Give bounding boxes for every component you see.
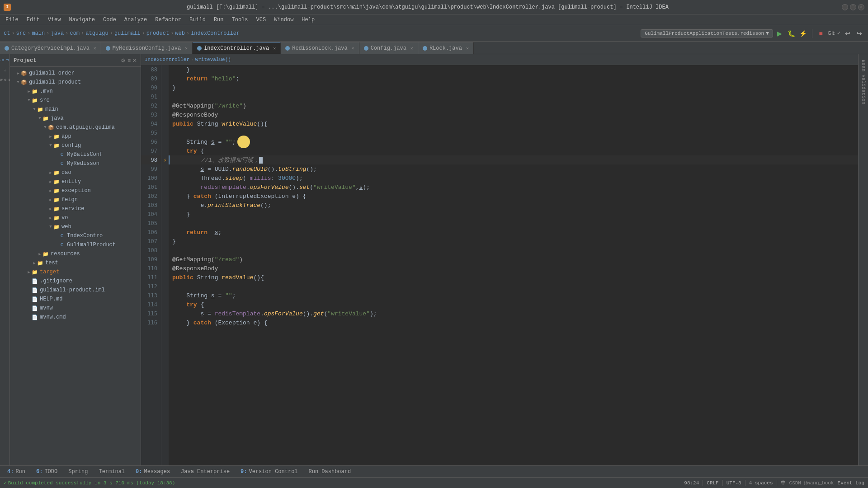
bottom-tab-terminal[interactable]: Terminal bbox=[95, 467, 128, 477]
indent-settings[interactable]: 4 spaces bbox=[749, 480, 773, 486]
tab-close-btn[interactable]: ✕ bbox=[185, 46, 188, 51]
breadcrumb-indexcontroller[interactable]: IndexController bbox=[191, 30, 240, 37]
breadcrumb-gulimall[interactable]: gulimall bbox=[114, 30, 141, 37]
menu-item-build[interactable]: Build bbox=[186, 16, 209, 24]
tab-redissonlock.java[interactable]: RedissonLock.java✕ bbox=[281, 42, 359, 54]
tree-item-src[interactable]: ▼ 📁 src bbox=[10, 96, 141, 105]
breadcrumb-atguigu[interactable]: atguigu bbox=[85, 30, 108, 37]
breadcrumb-java[interactable]: java bbox=[51, 30, 64, 37]
project-settings-btn[interactable]: ⚙ bbox=[121, 57, 126, 64]
tab-close-btn[interactable]: ✕ bbox=[273, 46, 276, 51]
tree-item-iml[interactable]: 📄 gulimall-product.iml bbox=[10, 286, 141, 295]
tree-item-help[interactable]: 📄 HELP.md bbox=[10, 295, 141, 304]
coverage-button[interactable]: ⚡ bbox=[798, 28, 808, 38]
run-button[interactable]: ▶ bbox=[775, 28, 785, 38]
breadcrumb-web[interactable]: web bbox=[175, 30, 185, 37]
breadcrumb-main[interactable]: main bbox=[32, 30, 45, 37]
code-content[interactable]: 88 89 90 91 92 93 94 95 96 97 98 99 100 … bbox=[141, 65, 858, 465]
bottom-tab-run[interactable]: 4: Run bbox=[4, 467, 29, 477]
code-lines[interactable]: } return "hello"; } @GetMapping("/write"… bbox=[169, 65, 858, 465]
editor-breadcrumb-indexcontroller[interactable]: IndexController bbox=[145, 57, 189, 62]
tree-item-mybatisconf[interactable]: C MyBatisConf bbox=[10, 150, 141, 159]
breadcrumb-src[interactable]: src bbox=[16, 30, 26, 37]
close-button[interactable]: ✕ bbox=[858, 4, 864, 10]
tree-item-vo[interactable]: ▶ 📁 vo bbox=[10, 213, 141, 222]
menu-item-help[interactable]: Help bbox=[298, 16, 318, 24]
tree-item-target[interactable]: ▶ 📁 target bbox=[10, 267, 141, 277]
tab-categoryserviceimpl.java[interactable]: CategoryServiceImpl.java✕ bbox=[0, 42, 101, 54]
tree-item-config[interactable]: ▼ 📁 config bbox=[10, 141, 141, 150]
tree-item-mvnwcmd[interactable]: 📄 mvnw.cmd bbox=[10, 313, 141, 322]
tree-item-web[interactable]: ▼ 📁 web bbox=[10, 222, 141, 231]
bottom-tab-todo[interactable]: 6: TODO bbox=[33, 467, 61, 477]
tree-item-package[interactable]: ▼ 📦 com.atguigu.gulima bbox=[10, 123, 141, 132]
event-log[interactable]: Event Log bbox=[838, 480, 864, 486]
cursor-position[interactable]: 98:24 bbox=[684, 480, 699, 486]
tree-item-app[interactable]: ▶ 📁 app bbox=[10, 132, 141, 141]
line-separator[interactable]: CRLF bbox=[707, 480, 718, 486]
run-config-selector[interactable]: GulimallProductApplicationTests.redisson… bbox=[641, 29, 773, 38]
tab-close-btn[interactable]: ✕ bbox=[94, 46, 96, 51]
bottom-tab-java-enterprise[interactable]: Java Enterprise bbox=[177, 467, 233, 477]
project-collapse-btn[interactable]: ≡ bbox=[127, 57, 131, 64]
menu-item-vcs[interactable]: VCS bbox=[253, 16, 270, 24]
menu-item-analyze[interactable]: Analyze bbox=[121, 16, 151, 24]
tab-indexcontroller.java[interactable]: IndexController.java✕ bbox=[193, 42, 281, 54]
tree-item-gulimall-product[interactable]: ▼ 📦 gulimall-product bbox=[10, 78, 141, 87]
menu-item-view[interactable]: View bbox=[44, 16, 65, 24]
sidebar-icon-3[interactable]: Web bbox=[1, 76, 9, 84]
tree-item-main[interactable]: ▼ 📁 main bbox=[10, 105, 141, 114]
maximize-button[interactable]: □ bbox=[850, 4, 856, 10]
tree-item-indexcontroller[interactable]: C IndexContro bbox=[10, 231, 141, 240]
stop-button[interactable]: ■ bbox=[816, 28, 826, 38]
tree-item-java[interactable]: ▼ 📁 java bbox=[10, 114, 141, 123]
tree-item-test[interactable]: ▶ 📁 test bbox=[10, 258, 141, 267]
menu-item-code[interactable]: Code bbox=[99, 16, 120, 24]
menu-item-file[interactable]: File bbox=[2, 16, 22, 24]
editor-breadcrumb-writevalue[interactable]: writeValue() bbox=[195, 57, 231, 62]
breadcrumb-com[interactable]: com bbox=[70, 30, 80, 37]
tab-config.java[interactable]: Config.java✕ bbox=[359, 42, 418, 54]
minimize-button[interactable]: ─ bbox=[842, 4, 848, 10]
tree-item-feign[interactable]: ▶ 📁 feign bbox=[10, 195, 141, 204]
tree-item-exception[interactable]: ▶ 📁 exception bbox=[10, 186, 141, 195]
tree-item-gulimall-order[interactable]: ▶ 📦 gulimall-order bbox=[10, 69, 141, 78]
tab-close-btn[interactable]: ✕ bbox=[466, 46, 469, 51]
bottom-tab-run-dashboard[interactable]: Run Dashboard bbox=[305, 467, 355, 477]
bottom-tab-spring[interactable]: Spring bbox=[65, 467, 91, 477]
tree-item-resources[interactable]: ▶ 📁 resources bbox=[10, 249, 141, 258]
encoding[interactable]: UTF-8 bbox=[726, 480, 741, 486]
input-method[interactable]: 中 bbox=[781, 479, 786, 486]
undo-button[interactable]: ↩ bbox=[843, 28, 853, 38]
tab-close-btn[interactable]: ✕ bbox=[352, 46, 354, 51]
tab-myredissonconfig.java[interactable]: MyRedissonConfig.java✕ bbox=[101, 42, 193, 54]
tree-item-myredisson[interactable]: C MyRedisson bbox=[10, 159, 141, 168]
tree-item-entity[interactable]: ▶ 📁 entity bbox=[10, 177, 141, 186]
debug-button[interactable]: 🐛 bbox=[787, 28, 797, 38]
bottom-tab-messages[interactable]: 0: Messages bbox=[132, 467, 174, 477]
tab-rlock.java[interactable]: RLock.java✕ bbox=[418, 42, 474, 54]
breadcrumb-ct[interactable]: ct bbox=[4, 30, 10, 37]
tree-item-mvnw[interactable]: 📄 mvnw bbox=[10, 304, 141, 313]
bottom-tab-version-control[interactable]: 9: Version Control bbox=[237, 467, 301, 477]
tree-item-gitignore[interactable]: 📄 .gitignore bbox=[10, 277, 141, 286]
redo-button[interactable]: ↪ bbox=[854, 28, 864, 38]
menu-item-refactor[interactable]: Refactor bbox=[151, 16, 185, 24]
sidebar-icon-1[interactable]: Proj bbox=[1, 56, 9, 64]
tab-close-btn[interactable]: ✕ bbox=[410, 46, 413, 51]
menu-item-tools[interactable]: Tools bbox=[228, 16, 252, 24]
sidebar-icon-2[interactable]: ☆ bbox=[1, 66, 9, 74]
tree-item-mvn[interactable]: ▶ 📁 .mvn bbox=[10, 87, 141, 96]
right-sidebar-bean-validation[interactable]: Bean Validation bbox=[860, 56, 867, 108]
git-button[interactable]: Git: ✓ bbox=[828, 28, 841, 38]
tree-item-gulimallproduct[interactable]: C GulimallProduct bbox=[10, 240, 141, 249]
project-close-btn[interactable]: ✕ bbox=[132, 57, 137, 64]
tree-item-dao[interactable]: ▶ 📁 dao bbox=[10, 168, 141, 177]
menu-item-navigate[interactable]: Navigate bbox=[65, 16, 99, 24]
window-controls[interactable]: ─ □ ✕ bbox=[842, 4, 864, 10]
tree-item-service[interactable]: ▶ 📁 service bbox=[10, 204, 141, 213]
menu-item-window[interactable]: Window bbox=[270, 16, 297, 24]
menu-item-edit[interactable]: Edit bbox=[23, 16, 43, 24]
run-config-dropdown-icon[interactable]: ▼ bbox=[766, 31, 769, 36]
menu-item-run[interactable]: Run bbox=[210, 16, 227, 24]
